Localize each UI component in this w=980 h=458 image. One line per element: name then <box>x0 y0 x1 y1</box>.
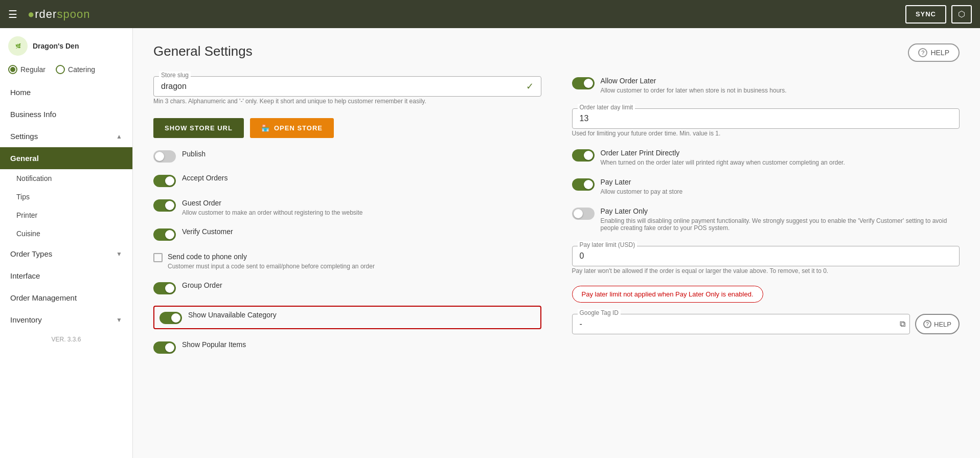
publish-label: Publish <box>182 150 206 158</box>
sidebar-item-interface[interactable]: Interface <box>0 265 132 287</box>
layout: 🌿 Dragon's Den Regular Catering Home Bus… <box>0 28 980 458</box>
sidebar-item-cuisine[interactable]: Cuisine <box>0 224 132 243</box>
group-order-toggle[interactable] <box>153 282 176 294</box>
alert-text: Pay later limit not applied when Pay Lat… <box>572 286 763 303</box>
order-later-print-toggle[interactable] <box>572 149 595 162</box>
store-slug-input[interactable] <box>161 82 534 91</box>
allow-order-later-label-wrap: Allow Order Later Allow customer to orde… <box>601 76 787 94</box>
open-store-button[interactable]: 🏪 OPEN STORE <box>250 118 334 138</box>
pay-later-limit-label: Pay later limit (USD) <box>578 241 637 248</box>
pay-later-toggle[interactable] <box>572 178 595 191</box>
hamburger-icon[interactable]: ☰ <box>8 8 17 20</box>
guest-order-thumb <box>165 201 174 210</box>
verify-customer-toggle[interactable] <box>153 228 176 241</box>
show-store-url-button[interactable]: SHOW STORE URL <box>153 118 244 138</box>
order-later-day-limit-input[interactable] <box>580 114 952 123</box>
store-slug-section: Store slug ✓ Min 3 chars. Alphanumeric a… <box>153 76 541 105</box>
sidebar-item-order-management[interactable]: Order Management <box>0 287 132 309</box>
google-tag-value: - <box>580 319 582 328</box>
accept-orders-toggle-row: Accept Orders <box>153 174 541 187</box>
sidebar-item-order-types[interactable]: Order Types ▼ <box>0 243 132 265</box>
show-unavailable-toggle[interactable] <box>159 312 182 324</box>
store-icon: 🏪 <box>261 124 270 132</box>
sidebar-item-inventory-label: Inventory <box>10 315 42 324</box>
radio-regular[interactable]: Regular <box>8 65 45 74</box>
page-header: General Settings ? HELP <box>153 43 960 62</box>
navbar-left: ☰ ●rderspoon <box>8 8 90 21</box>
sidebar: 🌿 Dragon's Den Regular Catering Home Bus… <box>0 28 133 458</box>
pay-later-only-row: Pay Later Only Enabling this will disabl… <box>572 207 960 232</box>
guest-order-label: Guest Order <box>182 199 221 207</box>
guest-order-toggle[interactable] <box>153 199 176 212</box>
sidebar-item-inventory[interactable]: Inventory ▼ <box>0 309 132 331</box>
order-later-day-limit-section: Order later day limit Used for limiting … <box>572 105 960 137</box>
show-popular-toggle[interactable] <box>153 341 176 354</box>
export-button[interactable]: ⬡ <box>951 5 972 24</box>
verify-customer-label: Verify Customer <box>182 227 233 236</box>
sidebar-item-printer[interactable]: Printer <box>0 206 132 224</box>
pay-later-only-label-wrap: Pay Later Only Enabling this will disabl… <box>601 207 960 232</box>
google-tag-field: Google Tag ID - ⧉ <box>572 314 910 334</box>
store-slug-label: Store slug <box>159 72 191 79</box>
allow-order-later-toggle[interactable] <box>572 77 595 89</box>
help-circle-icon: ? <box>918 48 927 57</box>
pay-later-row: Pay Later Allow customer to pay at store <box>572 177 960 195</box>
chevron-down-icon: ▼ <box>116 250 122 258</box>
pay-later-sub: Allow customer to pay at store <box>601 188 683 195</box>
sidebar-item-general-label: General <box>10 154 39 163</box>
pay-later-only-toggle[interactable] <box>572 208 595 220</box>
sidebar-item-order-types-label: Order Types <box>10 249 52 258</box>
export-icon: ⬡ <box>958 9 965 19</box>
accept-orders-toggle[interactable] <box>153 175 176 187</box>
google-tag-help-label: HELP <box>934 320 951 328</box>
send-code-sub: Customer must input a code sent to email… <box>168 263 375 270</box>
check-icon: ✓ <box>526 81 534 92</box>
settings-grid: Store slug ✓ Min 3 chars. Alphanumeric a… <box>153 76 960 354</box>
allow-order-later-thumb <box>584 79 593 88</box>
copy-tag-button[interactable]: ⧉ <box>900 319 905 329</box>
navbar: ☰ ●rderspoon SYNC ⬡ <box>0 0 980 28</box>
send-code-label: Send code to phone only <box>168 253 247 261</box>
sidebar-item-general[interactable]: General <box>0 147 132 169</box>
sidebar-item-tips[interactable]: Tips <box>0 188 132 206</box>
accept-orders-label: Accept Orders <box>182 174 227 182</box>
pay-later-limit-field: Pay later limit (USD) <box>572 246 960 266</box>
sidebar-item-business-info[interactable]: Business Info <box>0 103 132 125</box>
publish-thumb <box>155 152 164 161</box>
sidebar-item-cuisine-label: Cuisine <box>16 230 40 238</box>
order-later-print-label: Order Later Print Directly <box>601 149 680 157</box>
pay-later-only-sub: Enabling this will disabling online paym… <box>601 217 960 232</box>
verify-customer-toggle-row: Verify Customer <box>153 227 541 241</box>
help-small-icon: ? <box>923 320 931 328</box>
google-tag-row: Google Tag ID - ⧉ ? HELP <box>572 314 960 334</box>
send-code-checkbox[interactable] <box>153 253 163 262</box>
radio-regular-circle <box>8 65 17 74</box>
order-later-print-sub: When turned on the order later will prin… <box>601 159 845 166</box>
sidebar-item-notification-label: Notification <box>16 174 52 182</box>
show-popular-toggle-row: Show Popular Items <box>153 340 541 354</box>
radio-catering[interactable]: Catering <box>56 65 95 74</box>
open-store-label: OPEN STORE <box>274 124 323 132</box>
google-tag-help-button[interactable]: ? HELP <box>915 314 960 334</box>
radio-group: Regular Catering <box>0 61 132 81</box>
send-code-label-wrap: Send code to phone only Customer must in… <box>168 252 375 270</box>
group-order-thumb <box>165 284 174 293</box>
sidebar-item-notification[interactable]: Notification <box>0 169 132 188</box>
accept-orders-thumb <box>165 176 174 186</box>
sync-button[interactable]: SYNC <box>905 5 946 24</box>
sidebar-item-home[interactable]: Home <box>0 81 132 103</box>
send-code-checkbox-row: Send code to phone only Customer must in… <box>153 252 541 270</box>
store-name: Dragon's Den <box>33 42 79 50</box>
help-button[interactable]: ? HELP <box>908 43 960 62</box>
sidebar-item-settings[interactable]: Settings ▲ <box>0 125 132 147</box>
publish-toggle[interactable] <box>153 150 176 163</box>
pay-later-limit-input[interactable] <box>580 251 952 261</box>
store-slug-hint: Min 3 chars. Alphanumeric and '-' only. … <box>153 98 541 105</box>
allow-order-later-row: Allow Order Later Allow customer to orde… <box>572 76 960 94</box>
guest-order-label-wrap: Guest Order Allow customer to make an or… <box>182 198 363 216</box>
navbar-right: SYNC ⬡ <box>905 5 972 24</box>
guest-order-sub: Allow customer to make an order without … <box>182 209 363 216</box>
group-order-label: Group Order <box>182 281 222 289</box>
pay-later-limit-hint: Pay later won't be allowed if the order … <box>572 267 960 274</box>
left-col: Store slug ✓ Min 3 chars. Alphanumeric a… <box>153 76 541 354</box>
